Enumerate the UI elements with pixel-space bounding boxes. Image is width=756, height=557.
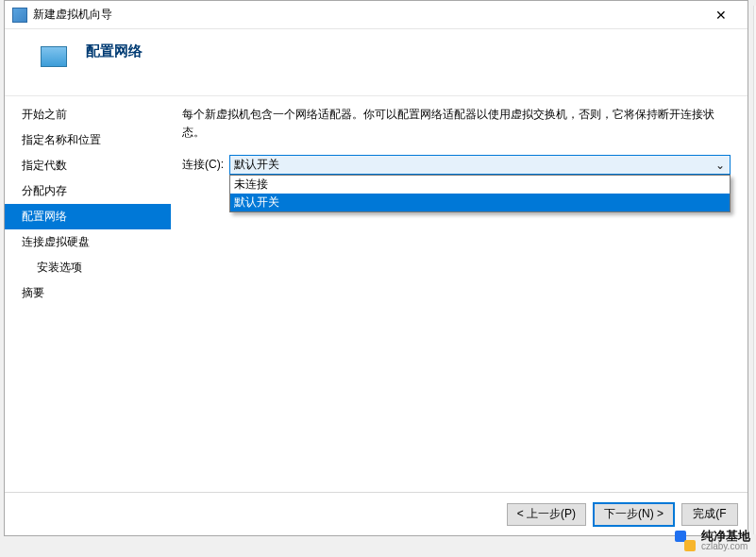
connection-row: 连接(C): 默认开关 ⌄ 未连接默认开关	[182, 155, 731, 175]
wizard-window: 新建虚拟机向导 ✕ 配置网络 开始之前指定名称和位置指定代数分配内存配置网络连接…	[4, 0, 748, 536]
next-button[interactable]: 下一步(N) >	[594, 503, 674, 526]
prev-button[interactable]: < 上一步(P)	[507, 503, 586, 526]
sidebar-step-5[interactable]: 连接虚拟硬盘	[5, 229, 171, 255]
window-title: 新建虚拟机向导	[33, 7, 702, 23]
dropdown-option-1[interactable]: 默认开关	[230, 194, 730, 211]
watermark-text: 纯净基地 czlaby.com	[701, 530, 750, 551]
close-icon: ✕	[715, 8, 727, 23]
finish-button[interactable]: 完成(F	[681, 503, 738, 526]
close-button[interactable]: ✕	[702, 2, 740, 28]
main-panel: 每个新虚拟机包含一个网络适配器。你可以配置网络适配器以使用虚拟交换机，否则，它将…	[171, 96, 748, 492]
watermark: 纯净基地 czlaby.com	[675, 530, 750, 551]
combobox-value: 默认开关	[234, 157, 279, 173]
wizard-footer: < 上一步(P) 下一步(N) > 完成(F	[5, 492, 748, 535]
dropdown-option-0[interactable]: 未连接	[230, 176, 730, 194]
connection-combobox[interactable]: 默认开关 ⌄	[229, 155, 731, 175]
page-title: 配置网络	[86, 42, 143, 60]
sidebar-step-6[interactable]: 安装选项	[5, 255, 171, 280]
wizard-body: 开始之前指定名称和位置指定代数分配内存配置网络连接虚拟硬盘安装选项摘要 每个新虚…	[5, 95, 748, 492]
titlebar: 新建虚拟机向导 ✕	[5, 1, 748, 29]
sidebar-step-2[interactable]: 指定代数	[5, 153, 171, 178]
connection-combo: 默认开关 ⌄ 未连接默认开关	[229, 155, 731, 175]
watermark-logo-icon	[675, 531, 696, 551]
sidebar-step-4[interactable]: 配置网络	[5, 204, 171, 229]
description-text: 每个新虚拟机包含一个网络适配器。你可以配置网络适配器以使用虚拟交换机，否则，它将…	[182, 106, 731, 142]
sidebar-step-3[interactable]: 分配内存	[5, 178, 171, 204]
sidebar-step-0[interactable]: 开始之前	[5, 102, 171, 127]
app-icon	[12, 8, 27, 23]
wizard-header: 配置网络	[5, 29, 748, 95]
sidebar-step-7[interactable]: 摘要	[5, 280, 171, 306]
sidebar-step-1[interactable]: 指定名称和位置	[5, 127, 171, 153]
connection-dropdown: 未连接默认开关	[229, 175, 731, 212]
connection-label: 连接(C):	[182, 157, 224, 173]
monitor-icon	[41, 46, 67, 67]
chevron-down-icon: ⌄	[713, 159, 728, 172]
watermark-url: czlaby.com	[701, 542, 750, 551]
step-sidebar: 开始之前指定名称和位置指定代数分配内存配置网络连接虚拟硬盘安装选项摘要	[5, 96, 171, 492]
